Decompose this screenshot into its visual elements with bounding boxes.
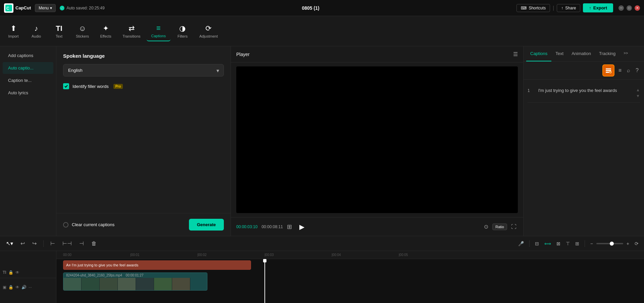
group-icon[interactable]: ⊞ [574,240,581,248]
options-panel: Spoken language English ▾ Identify fille… [56,46,231,236]
caption-entry-1: 1 I'm just trying to give you the feel a… [528,84,640,103]
zoom-slider[interactable] [596,243,623,244]
link-icon[interactable]: ⊟ [534,240,540,248]
ruler-mark-2: |00:02 [197,253,207,257]
zoom-out-button[interactable]: − [589,240,594,248]
tool-text[interactable]: TI Text [48,21,70,41]
caption-prev-arrow[interactable]: ▲ [636,88,640,92]
audio-icon-small[interactable]: 🔊 [21,285,27,290]
zoom-in-button[interactable]: + [625,240,631,248]
mic-icon[interactable]: 🎤 [517,240,525,248]
right-tabs: Captions Text Animation Tracking >> [524,46,644,62]
right-toolbar: ≡ ⌕ ? [524,62,644,80]
clear-radio[interactable] [63,222,68,228]
sidebar-item-auto-lyrics[interactable]: Auto lyrics [3,87,53,99]
tab-more[interactable]: >> [620,46,632,61]
timeline-settings-icon[interactable]: ⟳ [633,240,640,248]
clip-icon[interactable]: ⊠ [555,240,562,248]
search-captions-icon[interactable]: ⌕ [626,66,632,75]
language-select[interactable]: English [63,64,224,77]
right-panel: Captions Text Animation Tracking >> [523,46,644,236]
timeline-toolbar: ↖▾ ↩ ↪ ⊢ ⊢⊣ ⊣ 🗑 🎤 ⊟ ⟺ ⊠ ⊤ ⊞ − + ⟳ [0,236,644,251]
timeline-right-controls: 🎤 ⊟ ⟺ ⊠ ⊤ ⊞ − + ⟳ [517,240,640,248]
left-sidebar: Add captions Auto captio... Caption te..… [0,46,56,236]
time-total: 00:00:08:11 [261,224,283,229]
tab-tracking[interactable]: Tracking [595,46,620,61]
stickers-icon: ☺ [79,24,86,33]
format-icon[interactable]: ≡ [617,66,623,75]
export-button[interactable]: ↑ Export [583,3,613,12]
panel-title: Spoken language [63,53,224,59]
edit-captions-button[interactable] [602,64,614,77]
topbar-right: ⌨ Shortcuts | ↑ Share ↑ Export ─ □ ✕ [516,3,640,12]
tool-adjustment[interactable]: ⟳ Adjustment [195,21,222,41]
tool-effects[interactable]: ✦ Effects [95,21,116,41]
eye-icon[interactable]: 👁 [15,270,19,275]
tab-animation[interactable]: Animation [567,46,595,61]
tool-audio[interactable]: ♪ Audio [26,21,47,41]
lock-icon[interactable]: 🔒 [8,270,13,275]
select-tool-button[interactable]: ↖▾ [4,239,15,248]
fullscreen-icon[interactable]: ⛶ [510,222,518,231]
tab-text[interactable]: Text [551,46,567,61]
more-icon[interactable]: ··· [29,285,32,290]
tool-filters[interactable]: ◑ Filters [172,21,193,41]
playhead[interactable] [264,259,265,303]
captions-list: 1 I'm just trying to give you the feel a… [524,80,644,236]
video-track-label: ▣ 🔒 👁 🔊 ··· [0,278,56,296]
tool-import[interactable]: ⬆ Import [3,21,24,41]
filler-checkbox[interactable] [63,83,69,89]
generate-button[interactable]: Generate [189,219,224,231]
split-track-icon[interactable]: ⊤ [564,240,571,248]
caption-next-arrow[interactable]: ▼ [636,94,640,98]
redo-button[interactable]: ↪ [30,239,39,248]
maximize-button[interactable]: □ [627,5,632,11]
adjustment-label: Adjustment [199,34,218,38]
text-icon: TI [56,24,62,33]
player-menu-icon[interactable]: ☰ [513,51,518,57]
caption-clip-1[interactable]: A≡ I'm just trying to give you the feel … [63,260,251,270]
ratio-button[interactable]: Ratio [492,223,507,230]
help-icon[interactable]: ? [634,66,640,75]
text-icon-small: TI [3,270,6,275]
caption-track-label: TI 🔒 👁 [0,267,56,278]
shortcuts-button[interactable]: ⌨ Shortcuts [516,4,550,12]
tool-transitions[interactable]: ⇄ Transitions [118,21,145,41]
tab-captions[interactable]: Captions [526,46,551,61]
playhead-handle[interactable] [263,259,266,262]
grid-view-icon[interactable]: ⊞ [287,223,292,231]
caption-text-1[interactable]: I'm just trying to give you the feel awa… [538,88,632,94]
timeline-body: TI 🔒 👁 ▣ 🔒 👁 🔊 ··· 00:00 |00:01 |00:02 |… [0,251,644,303]
caption-clip-text: A≡ I'm just trying to give you the feel … [66,263,138,267]
magnet-icon[interactable]: ⟺ [543,240,552,248]
pro-badge: Pro [113,84,123,89]
timeline-tracks: A≡ I'm just trying to give you the feel … [56,259,644,303]
autosave-indicator: ✓ Auto saved: 20:25:49 [60,6,104,10]
clear-captions-row: Clear current captions [63,222,114,228]
close-button[interactable]: ✕ [635,5,640,11]
split-end-button[interactable]: ⊣ [77,239,86,248]
video-lock-icon[interactable]: 🔒 [8,285,13,290]
split-button[interactable]: ⊢⊣ [60,239,74,248]
play-button[interactable]: ▶ [296,221,308,233]
menu-button[interactable]: Menu ▾ [35,4,56,12]
video-frame-7 [172,278,190,290]
audio-icon: ♪ [35,24,38,33]
tool-captions[interactable]: ≡ Captions [147,21,170,41]
tool-stickers[interactable]: ☺ Stickers [71,21,94,41]
sidebar-item-add-captions[interactable]: Add captions [3,50,53,61]
delete-button[interactable]: 🗑 [89,239,99,248]
share-button[interactable]: ↑ Share [557,4,580,12]
expand-icon[interactable]: ⊙ [483,222,490,231]
share-icon: ↑ [561,6,563,10]
import-label: Import [8,34,18,38]
sidebar-item-auto-captions[interactable]: Auto captio... [3,62,53,74]
effects-icon: ✦ [103,24,109,33]
video-clip-1[interactable]: Cover 8244204-uhd_3840_2160_25fps.mp4 00… [63,272,207,291]
minimize-button[interactable]: ─ [618,5,624,11]
video-eye-icon[interactable]: 👁 [15,285,19,290]
undo-button[interactable]: ↩ [18,239,27,248]
ruler-mark-4: |00:04 [332,253,341,257]
sidebar-item-caption-templates[interactable]: Caption te... [3,74,53,86]
split-start-button[interactable]: ⊢ [48,239,57,248]
